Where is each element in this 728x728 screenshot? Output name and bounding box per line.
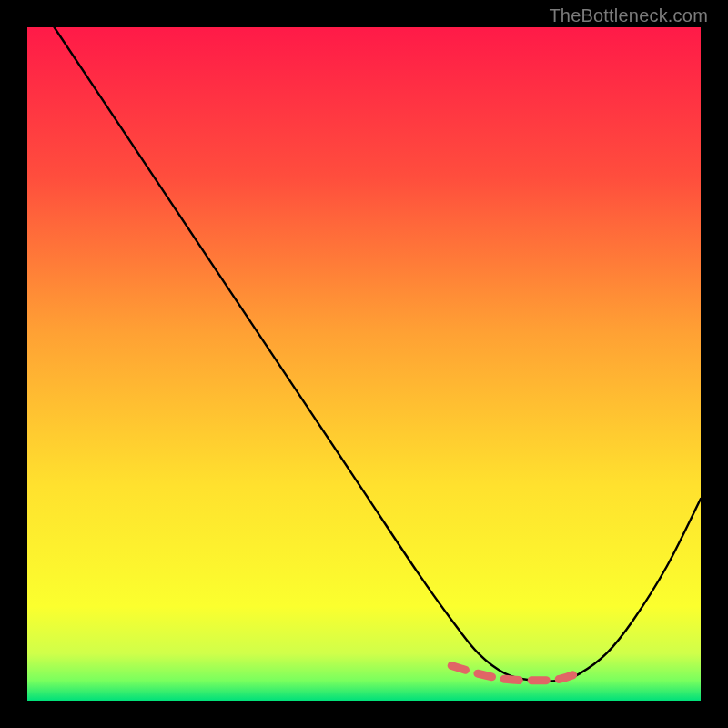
plot-area [27,27,701,701]
chart-svg [27,27,701,701]
chart-root: TheBottleneck.com [0,0,728,728]
attribution-text: TheBottleneck.com [549,5,708,26]
gradient-background [27,27,701,701]
